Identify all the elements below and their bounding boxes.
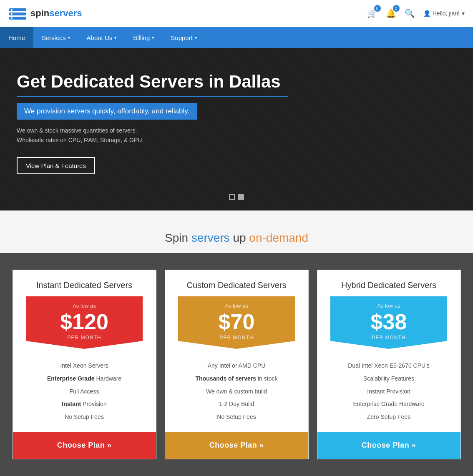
feature-item: Enterprise Grade Hardware [326,398,452,411]
header-right: 🛒 0 🔔 0 🔍 👤 Hello, jian! ▾ [367,8,465,18]
feature-item: Zero Setup Fees [326,411,452,423]
feature-item: No Setup Fees [21,411,148,423]
heading-orange: on-demand [249,231,308,244]
hero-dot-2[interactable] [238,194,244,200]
hero-dot-1[interactable] [229,194,235,200]
feature-item: No Setup Fees [174,411,300,423]
choose-plan-button-custom[interactable]: Choose Plan » [165,432,308,459]
hero-desc-line1: We own & stock massive quantities of ser… [17,127,137,134]
nav-label-home: Home [8,34,25,41]
price-period-custom: PER MONTH [186,335,287,341]
choose-plan-button-hybrid[interactable]: Choose Plan » [317,432,460,459]
feature-item: Any Intel or AMD CPU [174,359,300,372]
price-label-custom: As low as [186,303,287,309]
nav-item-services[interactable]: Services ▾ [33,27,78,48]
cart-icon-wrapper[interactable]: 🛒 0 [367,8,377,18]
price-amount-custom: $70 [186,311,287,333]
feature-item: Full Access [21,385,148,398]
hero-dots [229,194,244,200]
nav-item-billing[interactable]: Billing ▾ [125,27,162,48]
price-box-instant: As low as $120 PER MONTH [26,296,143,349]
logo[interactable]: spinservers [8,5,82,22]
price-amount-hybrid: $38 [339,311,439,333]
plan-card-instant: Instant Dedicated Servers As low as $120… [13,270,156,459]
user-greeting: Hello, jian! [433,10,460,17]
hero-desc: We own & stock massive quantities of ser… [17,126,456,145]
user-dropdown-arrow: ▾ [462,10,465,17]
svg-point-3 [11,9,13,11]
hero-section: Get Dedicated Servers in Dallas We provi… [0,48,473,210]
price-period-instant: PER MONTH [34,335,134,341]
nav-label-about: About Us [87,34,113,41]
hero-title: Get Dedicated Servers in Dallas [17,72,309,97]
chevron-down-icon: ▾ [68,35,70,40]
header: spinservers 🛒 0 🔔 0 🔍 👤 Hello, jian! ▾ [0,0,473,27]
feature-item: 1-2 Day Build [174,398,300,411]
price-amount-instant: $120 [34,311,134,333]
bell-icon-wrapper[interactable]: 🔔 0 [386,8,396,18]
price-label-hybrid: As low as [339,303,439,309]
chevron-down-icon: ▾ [114,35,116,40]
plan-features-instant: Intel Xeon Servers Enterprise Grade Hard… [13,355,156,432]
nav-label-services: Services [42,34,66,41]
feature-item: We own & custom build [174,385,300,398]
feature-item: Dual Intel Xeon E5-2670 CPU's [326,359,452,372]
svg-point-5 [11,18,13,19]
plan-card-hybrid: Hybrid Dedicated Servers As low as $38 P… [317,270,461,459]
view-plan-button[interactable]: View Plan & Features [17,157,95,174]
plans-section: Instant Dedicated Servers As low as $120… [0,253,473,476]
chevron-down-icon: ▾ [152,35,154,40]
section-heading: Spin servers up on-demand [0,210,473,253]
feature-item: Intel Xeon Servers [21,359,148,372]
user-menu[interactable]: 👤 Hello, jian! ▾ [423,10,465,17]
plan-card-custom: Custom Dedicated Servers As low as $70 P… [165,270,309,459]
price-box-hybrid: As low as $38 PER MONTH [330,296,447,349]
price-period-hybrid: PER MONTH [339,335,439,341]
choose-plan-button-instant[interactable]: Choose Plan » [13,432,156,459]
hero-desc-line2: Wholesale rates on CPU, RAM, Storage, & … [17,137,143,143]
feature-item: Thousands of servers in stock [174,372,300,385]
heading-prefix: Spin [165,231,191,244]
heading-blue: servers [191,231,230,244]
bell-badge: 0 [393,5,400,12]
hero-subtitle: We provision servers quickly, affordably… [17,103,197,120]
chevron-down-icon: ▾ [195,35,197,40]
feature-item: Instant Provision [326,385,452,398]
nav-item-about[interactable]: About Us ▾ [78,27,125,48]
nav-label-support: Support [171,34,193,41]
plan-features-hybrid: Dual Intel Xeon E5-2670 CPU's Scalabilit… [317,355,460,432]
price-label-instant: As low as [34,303,134,309]
feature-item: Instant Provision [21,398,148,411]
heading-middle: up [230,231,249,244]
feature-item: Scalability Features [326,372,452,385]
logo-text: spinservers [30,8,82,19]
feature-item: Enterprise Grade Hardware [21,372,148,385]
plan-title-hybrid: Hybrid Dedicated Servers [317,270,460,296]
hero-content: Get Dedicated Servers in Dallas We provi… [17,72,456,174]
user-icon: 👤 [423,10,430,17]
price-box-custom: As low as $70 PER MONTH [178,296,295,349]
plan-title-custom: Custom Dedicated Servers [165,270,308,296]
logo-icon [8,5,27,22]
nav-item-home[interactable]: Home [0,27,33,48]
svg-point-4 [11,13,13,15]
nav-label-billing: Billing [133,34,150,41]
nav-item-support[interactable]: Support ▾ [162,27,205,48]
cart-badge: 0 [374,5,381,12]
main-nav: Home Services ▾ About Us ▾ Billing ▾ Sup… [0,27,473,48]
search-icon: 🔍 [405,9,415,18]
search-icon-wrapper[interactable]: 🔍 [405,8,415,18]
plan-features-custom: Any Intel or AMD CPU Thousands of server… [165,355,308,432]
plan-title-instant: Instant Dedicated Servers [13,270,156,296]
